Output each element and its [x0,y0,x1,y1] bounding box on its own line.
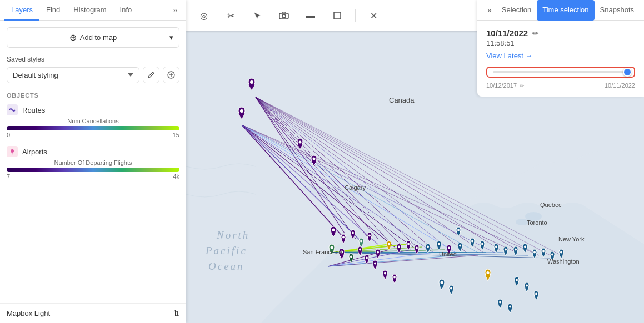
svg-point-64 [407,243,410,245]
time-slider-thumb[interactable] [623,68,632,77]
tab-snapshots[interactable]: Snapshots [595,0,640,21]
routes-layer: Routes Num Cancellations 0 15 [7,104,179,138]
collapse-icon[interactable]: » [168,1,182,19]
scissors-icon[interactable]: ✂ [222,7,239,24]
svg-point-58 [374,263,376,265]
dropdown-arrow-icon: ▾ [169,33,173,42]
target-icon[interactable]: ◎ [195,7,213,24]
right-panel: » Selection Time selection Snapshots 10/… [477,0,644,97]
pencil-start-icon[interactable]: ✏ [520,83,524,89]
svg-point-79 [542,250,545,253]
svg-text:Quebec: Quebec [540,201,562,208]
svg-point-85 [499,301,501,304]
svg-point-44 [250,80,253,84]
style-select-row: Default styling [7,67,179,83]
svg-point-88 [450,287,452,290]
routes-legend-label: Num Cancellations [7,118,179,124]
routes-layer-name: Routes [22,106,45,114]
left-panel: Layers Find Histogram Info » ⊕ Add to ma… [0,0,186,323]
time-start-label: 10/12/2017 ✏ [486,82,524,89]
airports-legend-range: 7 4k [7,173,179,180]
svg-point-86 [509,306,511,308]
map-style-row[interactable]: Mapbox Light ⇅ [0,303,186,323]
add-style-button[interactable] [163,67,179,83]
style-select[interactable]: Default styling [7,67,139,83]
tab-info[interactable]: Info [113,0,139,21]
svg-point-45 [240,109,243,113]
svg-text:Washington: Washington [547,258,580,265]
edit-date-icon[interactable]: ✏ [532,29,539,38]
svg-point-49 [342,236,345,239]
routes-legend-min: 0 [7,132,10,138]
toolbar-divider [355,9,356,22]
date-row: 10/11/2022 ✏ [486,28,635,38]
time-end-label: 10/11/2022 [605,82,635,89]
svg-point-83 [526,285,528,287]
objects-label: OBJECTS [7,92,179,99]
svg-point-69 [459,245,461,247]
time-display: 11:58:51 [486,39,635,47]
svg-point-70 [457,229,460,231]
svg-point-80 [551,254,553,256]
map-style-arrows-icon: ⇅ [173,309,179,317]
time-slider-track[interactable] [493,71,628,73]
svg-point-82 [516,279,518,281]
time-slider-container[interactable] [486,67,635,78]
svg-text:Canada: Canada [389,96,415,104]
panel-content: ⊕ Add to map ▾ Saved styles Default styl… [0,21,186,323]
svg-point-47 [313,158,316,160]
svg-point-68 [448,247,450,249]
airports-legend-min: 7 [7,173,10,180]
svg-point-50 [352,232,354,234]
svg-point-101 [282,14,286,18]
svg-point-76 [515,249,517,251]
minus-icon[interactable]: ▬ [302,7,319,24]
right-expand-icon[interactable]: » [483,1,496,19]
svg-point-72 [481,243,483,245]
plus-icon: ⊕ [69,32,77,43]
routes-icon [8,106,16,114]
camera-icon[interactable] [275,7,293,24]
svg-text:Pacific: Pacific [205,245,247,256]
svg-text:San Francisco: San Francisco [303,249,342,255]
routes-legend-bar [7,126,179,130]
svg-point-46 [299,141,302,144]
svg-point-81 [560,251,562,254]
tab-find[interactable]: Find [39,0,67,21]
square-icon[interactable] [328,7,346,24]
svg-point-71 [471,240,473,243]
tab-layers[interactable]: Layers [4,0,39,21]
svg-text:New York: New York [558,236,585,243]
tab-time-selection[interactable]: Time selection [537,0,594,21]
svg-point-73 [487,271,490,274]
svg-point-77 [524,246,526,248]
cursor-icon[interactable] [248,7,266,24]
right-panel-content: 10/11/2022 ✏ 11:58:51 View Latest → 10/1… [477,21,644,97]
svg-point-84 [535,293,537,295]
panel-tabs: Layers Find Histogram Info » [0,0,186,21]
tab-selection[interactable]: Selection [496,0,537,21]
svg-text:Calgary: Calgary [345,184,366,191]
svg-point-52 [368,235,371,237]
svg-text:Toronto: Toronto [527,219,547,226]
airports-legend-bar [7,168,179,172]
airports-layer: Airports Number Of Departing Flights 7 4… [7,146,179,180]
svg-rect-102 [334,12,341,19]
svg-point-74 [495,246,497,248]
svg-point-62 [388,243,390,245]
svg-point-59 [384,272,386,275]
svg-point-78 [533,251,536,254]
view-latest-link[interactable]: View Latest → [486,52,533,60]
svg-text:United: United [439,251,457,258]
svg-point-57 [366,257,368,259]
close-icon[interactable]: ✕ [365,7,382,24]
time-range-labels: 10/12/2017 ✏ 10/11/2022 [486,82,635,89]
edit-style-button[interactable] [143,67,159,83]
routes-legend-range: 0 15 [7,132,179,138]
tab-histogram[interactable]: Histogram [67,0,113,21]
airports-legend-label: Number Of Departing Flights [7,159,179,166]
svg-point-51 [360,240,362,243]
right-panel-tabs: » Selection Time selection Snapshots [477,0,644,21]
add-to-map-button[interactable]: ⊕ Add to map ▾ [7,27,179,48]
svg-point-66 [427,246,429,248]
